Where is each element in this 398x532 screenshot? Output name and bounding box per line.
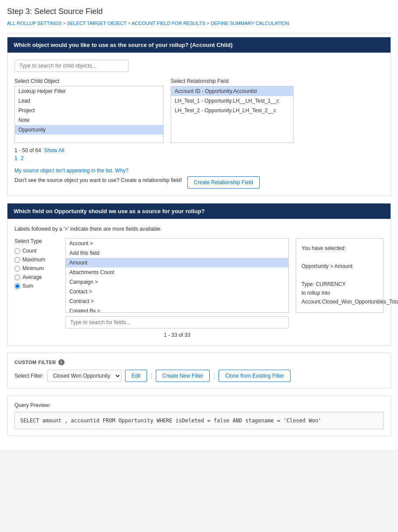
step-title: Step 3: Select Source Field [7,7,391,16]
query-preview-section: Query Preview: SELECT amount , accountid… [7,396,391,436]
type-count-radio[interactable] [14,248,20,254]
selected-title: You have selected: [301,244,378,253]
query-preview-label: Query Preview: [14,402,384,408]
list-item[interactable]: Lead [15,96,163,106]
source-object-section: Which object would you like to use as th… [7,37,391,196]
relationship-field-list[interactable]: Account ID - Opportunity.AccountId LH_Te… [171,86,294,143]
list-item[interactable]: Lookup Helper Filter [15,86,163,96]
filter-select[interactable]: Closed Won Opportunity Open Opportunity … [47,370,122,382]
field-count: 1 - 33 of 33 [65,332,289,338]
selected-rollup-label: to rollup into [301,289,378,297]
type-maximum[interactable]: Maximum [14,257,58,263]
breadcrumb-item-3[interactable]: ACCOUNT FIELD FOR RESULTS [132,21,205,26]
field-search-input[interactable] [65,316,289,328]
custom-filter-title: CUSTOM FILTER i [14,359,384,365]
list-item[interactable]: Contact > [66,287,288,296]
breadcrumb-item-2[interactable]: SELECT TARGET OBJECT [67,21,126,26]
custom-filter-section: CUSTOM FILTER i Select Filter: Closed Wo… [7,353,391,389]
info-icon: i [58,359,65,365]
page-link-1[interactable]: 1 [14,155,18,161]
list-item[interactable]: Account > [66,239,288,248]
type-label: Select Type [14,238,58,244]
type-minimum[interactable]: Minimum [14,265,58,271]
field-section-header: Which field on Opportunity should we use… [7,204,391,219]
selected-type: Type: CURRENCY [301,280,378,289]
selected-rollup-field: Account.Closed_Won_Opportunities_Total__… [301,297,378,306]
type-sum-radio[interactable] [14,283,20,289]
page-link-2[interactable]: 2 [21,155,24,161]
list-item[interactable]: LH_Test_1 - Opportunity.LH__LH_Test_1__c [171,96,293,106]
list-item[interactable]: Project [15,106,163,115]
create-relationship-button[interactable]: Create Relationship Field [187,176,260,189]
filter-label: Select Filter: [14,373,44,379]
list-item[interactable]: Opportunity [15,125,163,135]
selected-info-box: You have selected: Opportunity > Amount … [296,238,384,313]
field-selection-section: Which field on Opportunity should we use… [7,203,391,346]
type-count[interactable]: Count [14,248,58,254]
field-note: Labels followed by a '>' indicate there … [14,226,384,232]
list-item[interactable]: Contract > [66,296,288,306]
show-all-link[interactable]: Show All [44,147,64,154]
breadcrumb: ALL ROLLUP SETTINGS > SELECT TARGET OBJE… [7,21,391,26]
query-preview-text: SELECT amount , accountid FROM Opportuni… [14,412,384,429]
list-item[interactable]: LH_Test_2 - Opportunity.LH_LH_Test_2__c [171,106,293,115]
type-average-radio[interactable] [14,275,20,280]
type-average[interactable]: Average [14,274,58,280]
list-item[interactable]: Account ID - Opportunity.AccountId [171,86,293,96]
child-object-label: Select Child Object [14,78,164,84]
breadcrumb-item-1[interactable]: ALL ROLLUP SETTINGS [7,21,61,26]
create-new-filter-button[interactable]: Create New Filter [156,370,210,382]
list-item[interactable]: Created By > [66,306,288,313]
type-sum[interactable]: Sum [14,283,58,289]
list-item[interactable]: Amount [66,258,288,268]
type-minimum-radio[interactable] [14,266,20,271]
selected-field-path: Opportunity > Amount [301,262,378,271]
breadcrumb-item-4[interactable]: DEFINE SUMMARY CALCULATION [211,21,289,26]
child-object-search[interactable] [14,60,129,72]
field-list[interactable]: Account > Add this field Amount Attachme… [65,238,289,313]
list-item[interactable]: Note [15,115,163,125]
source-note: Don't see the source object you want to … [14,177,182,183]
list-item[interactable]: Add this field [66,248,288,258]
source-object-header: Which object would you like to use as th… [7,37,391,53]
pagination-links: 1 2 [14,155,384,161]
child-object-list[interactable]: Lookup Helper Filter Lead Project Note O… [14,86,164,143]
edit-filter-button[interactable]: Edit [125,370,147,382]
type-radio-group: Count Maximum Minimum Average [14,248,58,289]
clone-filter-button[interactable]: Clone from Existing Filter [219,370,290,382]
source-missing-link[interactable]: My source object isn't appearing in the … [14,168,384,174]
pagination-info: 1 - 50 of 64 Show All [14,147,384,154]
list-item[interactable]: Attachments Count [66,268,288,277]
relationship-label: Select Relationship Field [171,78,294,84]
type-maximum-radio[interactable] [14,257,20,263]
list-item[interactable]: Campaign > [66,277,288,287]
